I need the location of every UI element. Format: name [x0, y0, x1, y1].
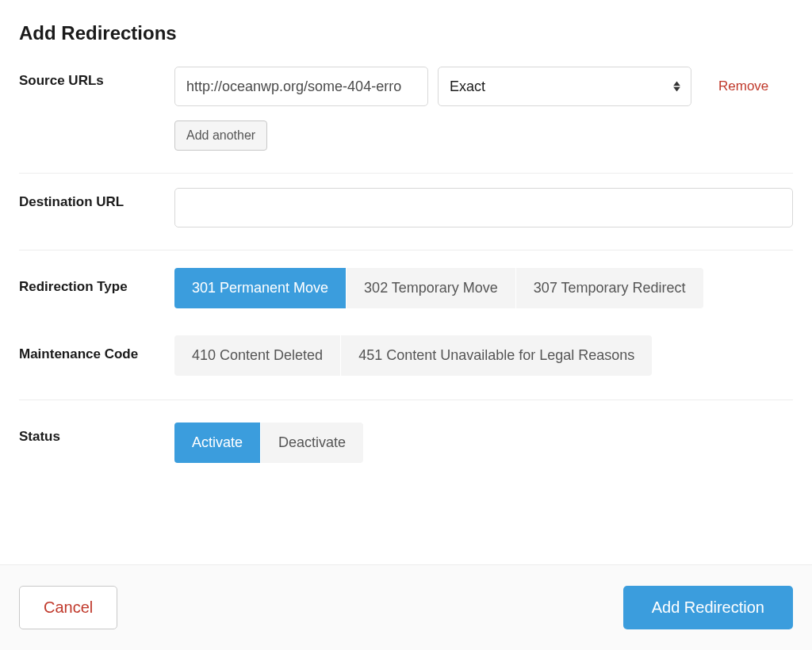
redirection-type-307[interactable]: 307 Temporary Redirect	[516, 268, 703, 308]
destination-url-input[interactable]	[174, 188, 793, 228]
source-url-input[interactable]	[174, 67, 428, 106]
maintenance-code-410[interactable]: 410 Content Deleted	[174, 335, 341, 376]
status-deactivate[interactable]: Deactivate	[261, 422, 363, 463]
redirection-type-section: Redirection Type 301 Permanent Move 302 …	[19, 250, 793, 400]
status-row: Status Activate Deactivate	[19, 400, 793, 485]
redirection-type-label: Redirection Type	[19, 268, 174, 295]
source-urls-row: Source URLs Exact Remove Add another	[19, 67, 793, 174]
cancel-button[interactable]: Cancel	[19, 586, 117, 629]
remove-source-link[interactable]: Remove	[718, 78, 768, 94]
match-type-select[interactable]: Exact	[438, 67, 691, 106]
add-another-button[interactable]: Add another	[174, 120, 267, 151]
redirection-type-302[interactable]: 302 Temporary Move	[347, 268, 516, 308]
destination-url-label: Destination URL	[19, 188, 174, 210]
redirection-type-301[interactable]: 301 Permanent Move	[174, 268, 347, 308]
page-title: Add Redirections	[19, 22, 793, 44]
status-activate[interactable]: Activate	[174, 422, 261, 463]
source-urls-label: Source URLs	[19, 67, 174, 89]
destination-url-row: Destination URL	[19, 174, 793, 250]
add-redirection-button[interactable]: Add Redirection	[623, 586, 793, 629]
footer-bar: Cancel Add Redirection	[0, 564, 812, 650]
status-label: Status	[19, 422, 174, 445]
maintenance-code-451[interactable]: 451 Content Unavailable for Legal Reason…	[341, 335, 652, 376]
maintenance-code-label: Maintenance Code	[19, 335, 174, 362]
